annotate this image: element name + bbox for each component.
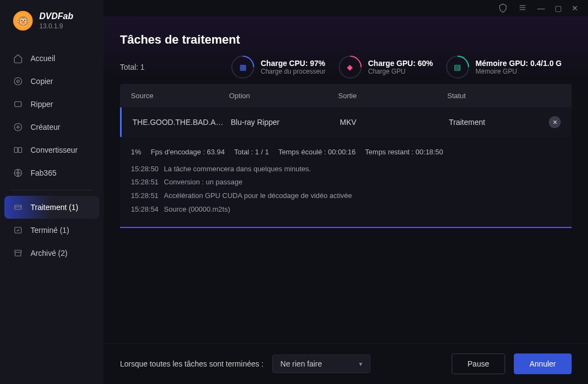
cpu-icon: ▦ [239, 63, 247, 71]
col-output: Sortie [338, 92, 447, 100]
progress-percent: 1% [131, 148, 141, 156]
cpu-sub: Charge du processeur [261, 68, 326, 75]
col-option: Option [229, 92, 338, 100]
cpu-gauge: ▦ Charge CPU: 97% Charge du processeur [231, 56, 326, 79]
sidebar-item-label: Accueil [31, 54, 55, 63]
log-line: 15:28:51Accélération GPU CUDA pour le dé… [131, 189, 561, 203]
progress-total: Total : 1 / 1 [234, 148, 269, 156]
svg-rect-13 [15, 253, 21, 256]
sidebar-item-fab365[interactable]: Fab365 [0, 161, 104, 184]
task-source: THE.GOOD.THE.BAD.AN… [133, 118, 231, 127]
finished-icon [13, 225, 23, 235]
sidebar-item-home[interactable]: Accueil [0, 47, 104, 70]
svg-rect-6 [14, 148, 17, 153]
sidebar-item-label: Terminé (1) [31, 226, 69, 235]
creator-icon [13, 122, 23, 132]
sidebar-item-ripper[interactable]: Ripper [0, 93, 104, 116]
sidebar: 🐵 DVDFab 13.0.1.9 Accueil Copier Ripper … [0, 0, 104, 384]
task-log: 1% Fps d'encodage : 63.94 Total : 1 / 1 … [120, 137, 572, 228]
memory-icon: ▤ [454, 63, 461, 71]
app-logo: 🐵 DVDFab 13.0.1.9 [0, 11, 104, 47]
sidebar-item-label: Traitement (1) [31, 203, 78, 212]
progress-stats: 1% Fps d'encodage : 63.94 Total : 1 / 1 … [131, 146, 561, 159]
sidebar-item-converter[interactable]: Convertisseur [0, 139, 104, 161]
sidebar-item-label: Créateur [31, 123, 60, 131]
close-window-button[interactable]: ✕ [572, 4, 578, 13]
log-line: 15:28:50La tâche commencera dans quelque… [131, 163, 561, 176]
app-version: 13.0.1.9 [39, 22, 73, 30]
sidebar-item-copy[interactable]: Copier [0, 70, 104, 93]
svg-point-0 [14, 77, 22, 85]
task-status: Traitement [449, 118, 539, 127]
svg-point-1 [17, 80, 20, 83]
gpu-icon: ◆ [347, 63, 353, 71]
archive-icon [13, 248, 23, 258]
sidebar-item-archived[interactable]: Archivé (2) [0, 242, 104, 265]
menu-icon[interactable] [518, 3, 527, 14]
converter-icon [13, 145, 23, 155]
progress-remaining: Temps restant : 00:18:50 [365, 148, 443, 156]
page-title: Tâches de traitement [120, 33, 572, 47]
maximize-button[interactable]: ▢ [555, 4, 562, 13]
task-row[interactable]: THE.GOOD.THE.BAD.AN… Blu-ray Ripper MKV … [120, 107, 572, 137]
globe-icon [13, 168, 23, 178]
after-tasks-label: Lorsque toutes les tâches sont terminées… [120, 359, 263, 368]
minimize-button[interactable]: — [537, 4, 545, 13]
logo-icon: 🐵 [13, 11, 33, 31]
task-option: Blu-ray Ripper [231, 118, 340, 127]
gpu-gauge: ◆ Charge GPU: 60% Charge GPU [339, 56, 433, 79]
titlebar: — ▢ ✕ [104, 0, 588, 16]
mem-gauge: ▤ Mémoire GPU: 0.4/1.0 G Mémoire GPU [446, 56, 562, 79]
chevron-down-icon: ▼ [358, 361, 363, 367]
home-icon [13, 53, 23, 63]
gpu-sub: Charge GPU [368, 68, 433, 75]
sidebar-item-creator[interactable]: Créateur [0, 116, 104, 139]
after-tasks-select[interactable]: Ne rien faire ▼ [272, 355, 370, 373]
main-area: — ▢ ✕ Tâches de traitement Total: 1 ▦ Ch… [104, 0, 588, 384]
ripper-icon [13, 99, 23, 109]
mem-sub: Mémoire GPU [476, 68, 562, 75]
select-value: Ne rien faire [280, 359, 322, 368]
copy-icon [13, 76, 23, 86]
header: Tâches de traitement Total: 1 ▦ Charge C… [104, 16, 588, 84]
progress-fps: Fps d'encodage : 63.94 [151, 148, 224, 156]
sidebar-item-label: Copier [31, 77, 53, 86]
app-name: DVDFab [39, 11, 73, 21]
remove-task-button[interactable]: ✕ [549, 116, 561, 128]
footer: Lorsque toutes les tâches sont terminées… [104, 343, 588, 384]
sidebar-item-label: Convertisseur [31, 146, 77, 154]
table-header: Source Option Sortie Statut [120, 84, 572, 107]
col-status: Statut [447, 92, 561, 100]
sidebar-item-label: Archivé (2) [31, 249, 68, 257]
task-output: MKV [340, 118, 449, 127]
total-count: Total: 1 [120, 63, 218, 71]
progress-elapsed: Temps écoulé : 00:00:16 [278, 148, 356, 156]
mem-title: Mémoire GPU: 0.4/1.0 G [476, 59, 562, 68]
sidebar-item-label: Ripper [31, 100, 53, 109]
svg-rect-2 [15, 102, 21, 107]
nav-separator [11, 190, 93, 190]
svg-rect-9 [15, 205, 21, 209]
cpu-title: Charge CPU: 97% [261, 59, 326, 68]
cancel-button[interactable]: Annuler [514, 353, 572, 374]
processing-icon [13, 202, 23, 212]
gpu-title: Charge GPU: 60% [368, 59, 433, 68]
sidebar-item-label: Fab365 [31, 169, 56, 177]
svg-rect-7 [19, 148, 22, 153]
log-line: 15:28:54Source (00000.m2ts) [131, 203, 561, 217]
col-source: Source [131, 92, 229, 100]
sidebar-item-processing[interactable]: Traitement (1) [4, 196, 99, 219]
log-line: 15:28:51Conversion : un passage [131, 176, 561, 189]
task-table: Source Option Sortie Statut THE.GOOD.THE… [104, 84, 588, 343]
pause-button[interactable]: Pause [452, 353, 505, 374]
sidebar-item-finished[interactable]: Terminé (1) [0, 219, 104, 242]
notify-icon[interactable] [498, 3, 508, 14]
